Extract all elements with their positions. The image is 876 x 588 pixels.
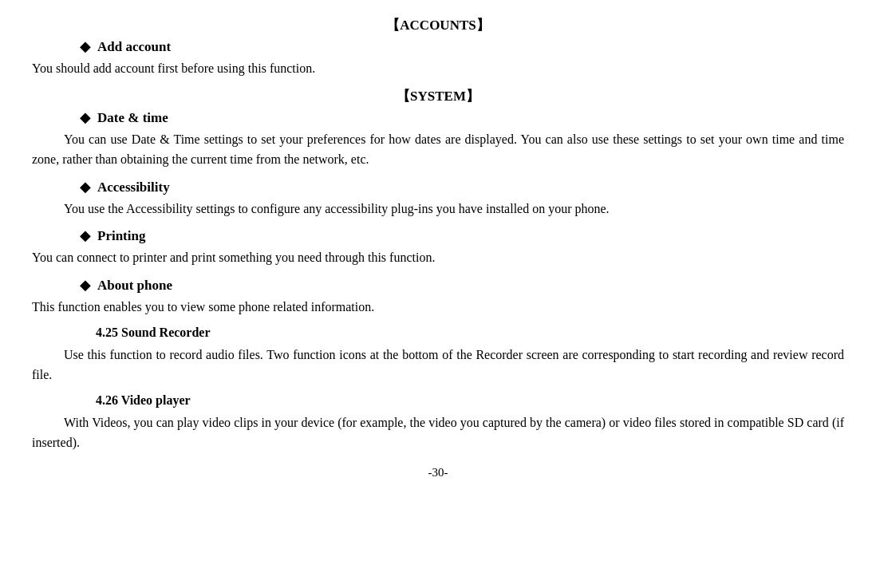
bullet-diamond-printing: ◆ bbox=[80, 227, 91, 244]
printing-text: You can connect to printer and print som… bbox=[32, 247, 844, 268]
page-number: -30- bbox=[32, 466, 844, 479]
add-account-heading: ◆ Add account bbox=[80, 37, 844, 55]
about-phone-label: About phone bbox=[97, 278, 172, 294]
sound-recorder-heading: 4.25 Sound Recorder bbox=[96, 326, 844, 340]
bullet-diamond-about-phone: ◆ bbox=[80, 276, 91, 294]
accessibility-text: You use the Accessibility settings to co… bbox=[32, 199, 844, 219]
date-time-heading: ◆ Date & time bbox=[80, 109, 844, 126]
bullet-diamond-accessibility: ◆ bbox=[80, 178, 91, 195]
accessibility-label: Accessibility bbox=[97, 180, 170, 195]
system-header: 【SYSTEM】 bbox=[32, 87, 844, 105]
bullet-diamond-add-account: ◆ bbox=[80, 37, 91, 55]
about-phone-text: This function enables you to view some p… bbox=[32, 297, 844, 318]
accessibility-heading: ◆ Accessibility bbox=[80, 178, 844, 195]
video-player-text: With Videos, you can play video clips in… bbox=[32, 412, 844, 453]
about-phone-heading: ◆ About phone bbox=[80, 276, 844, 294]
printing-heading: ◆ Printing bbox=[80, 227, 844, 244]
accounts-header: 【ACCOUNTS】 bbox=[32, 16, 844, 34]
bullet-diamond-date-time: ◆ bbox=[80, 109, 91, 126]
video-player-heading: 4.26 Video player bbox=[96, 393, 844, 408]
date-time-label: Date & time bbox=[97, 110, 168, 126]
sound-recorder-text: Use this function to record audio files.… bbox=[32, 345, 844, 385]
page-content: 【ACCOUNTS】 ◆ Add account You should add … bbox=[32, 16, 844, 479]
date-time-text: You can use Date & Time settings to set … bbox=[32, 129, 844, 170]
add-account-label: Add account bbox=[97, 39, 171, 55]
printing-label: Printing bbox=[97, 228, 145, 244]
add-account-text: You should add account first before usin… bbox=[32, 58, 844, 79]
